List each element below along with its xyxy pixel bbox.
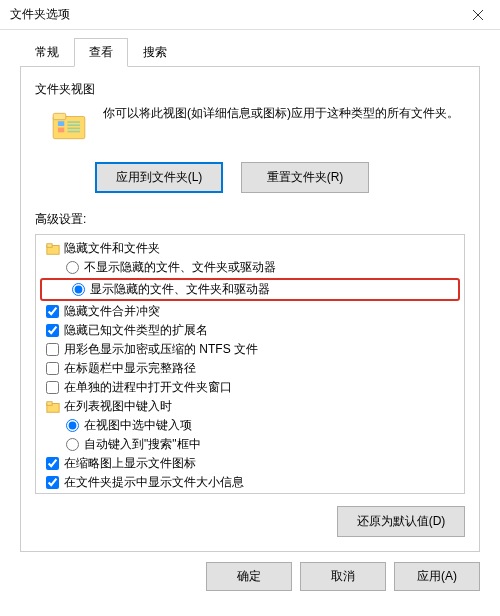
apply-to-folders-button[interactable]: 应用到文件夹(L) [95, 162, 223, 193]
close-button[interactable] [455, 0, 500, 30]
tab-general[interactable]: 常规 [20, 38, 74, 67]
restore-defaults-button[interactable]: 还原为默认值(D) [337, 506, 465, 537]
radio-select-typed[interactable] [66, 419, 79, 432]
checkbox[interactable] [46, 381, 59, 394]
tree-check-ntfs[interactable]: 用彩色显示加密或压缩的 NTFS 文件 [38, 340, 462, 359]
folder-view-description: 你可以将此视图(如详细信息或图标)应用于这种类型的所有文件夹。 [103, 104, 465, 148]
tree-check-hide-ext[interactable]: 隐藏已知文件类型的扩展名 [38, 321, 462, 340]
checkbox[interactable] [46, 457, 59, 470]
svg-rect-6 [67, 128, 80, 130]
svg-rect-1 [53, 113, 66, 119]
ok-button[interactable]: 确定 [206, 562, 292, 591]
svg-rect-4 [67, 121, 80, 123]
tree-check-separate[interactable]: 在单独的进程中打开文件夹窗口 [38, 378, 462, 397]
tree-group-hidden: 隐藏文件和文件夹 [38, 239, 462, 258]
reset-folders-button[interactable]: 重置文件夹(R) [241, 162, 369, 193]
close-icon [473, 10, 483, 20]
tab-bar: 常规 查看 搜索 [20, 38, 480, 67]
title-bar: 文件夹选项 [0, 0, 500, 30]
tree-group-typing: 在列表视图中键入时 [38, 397, 462, 416]
svg-rect-5 [67, 124, 80, 126]
tab-search[interactable]: 搜索 [128, 38, 182, 67]
advanced-settings-tree[interactable]: 隐藏文件和文件夹 不显示隐藏的文件、文件夹或驱动器 显示隐藏的文件、文件夹和驱动… [35, 234, 465, 494]
tab-view[interactable]: 查看 [74, 38, 128, 67]
tree-label: 隐藏文件和文件夹 [64, 239, 160, 258]
window-title: 文件夹选项 [10, 6, 455, 23]
tree-radio-show[interactable]: 显示隐藏的文件、文件夹和驱动器 [44, 280, 456, 299]
radio-auto-search[interactable] [66, 438, 79, 451]
checkbox[interactable] [46, 343, 59, 356]
folder-icon [46, 400, 60, 414]
tree-radio-dont-show[interactable]: 不显示隐藏的文件、文件夹或驱动器 [38, 258, 462, 277]
tree-check-fullpath[interactable]: 在标题栏中显示完整路径 [38, 359, 462, 378]
folder-view-icon [47, 104, 91, 148]
checkbox[interactable] [46, 324, 59, 337]
radio-show[interactable] [72, 283, 85, 296]
folder-view-group-label: 文件夹视图 [35, 81, 465, 98]
highlight-box: 显示隐藏的文件、文件夹和驱动器 [40, 278, 460, 301]
tree-label: 在列表视图中键入时 [64, 397, 172, 416]
dialog-button-bar: 确定 取消 应用(A) [0, 552, 500, 601]
radio-dont-show[interactable] [66, 261, 79, 274]
tree-check-merge[interactable]: 隐藏文件合并冲突 [38, 302, 462, 321]
svg-rect-11 [47, 401, 52, 405]
checkbox[interactable] [46, 305, 59, 318]
checkbox[interactable] [46, 362, 59, 375]
checkbox[interactable] [46, 476, 59, 489]
cancel-button[interactable]: 取消 [300, 562, 386, 591]
tab-panel-view: 文件夹视图 你可以将此视图(如详细信息或图标)应用于这种类型的所有文件夹。 应用… [20, 67, 480, 552]
svg-rect-7 [67, 131, 80, 133]
tree-check-size[interactable]: 在文件夹提示中显示文件大小信息 [38, 473, 462, 492]
tree-radio-auto-search[interactable]: 自动键入到"搜索"框中 [38, 435, 462, 454]
svg-rect-3 [58, 128, 64, 133]
advanced-settings-label: 高级设置: [35, 211, 465, 228]
folder-icon [46, 242, 60, 256]
svg-rect-9 [47, 243, 52, 247]
apply-button[interactable]: 应用(A) [394, 562, 480, 591]
tree-radio-select-typed[interactable]: 在视图中选中键入项 [38, 416, 462, 435]
tree-check-thumb[interactable]: 在缩略图上显示文件图标 [38, 454, 462, 473]
tree-check-preview[interactable]: 在预览窗格中显示预览控件 [38, 492, 462, 494]
svg-rect-2 [58, 121, 64, 126]
